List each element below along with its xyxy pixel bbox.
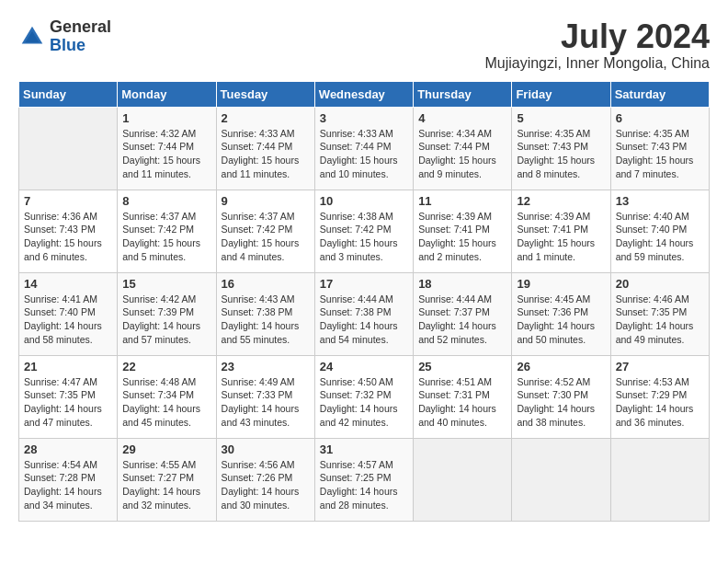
calendar-cell: 4Sunrise: 4:34 AMSunset: 7:44 PMDaylight…: [414, 107, 512, 190]
calendar-cell: 13Sunrise: 4:40 AMSunset: 7:40 PMDayligh…: [610, 190, 709, 272]
daylight-text: Daylight: 14 hours and 57 minutes.: [122, 319, 210, 346]
sunset-text: Sunset: 7:40 PM: [24, 305, 112, 319]
calendar-cell: 8Sunrise: 4:37 AMSunset: 7:42 PMDaylight…: [118, 190, 216, 272]
calendar-cell: 15Sunrise: 4:42 AMSunset: 7:39 PMDayligh…: [118, 272, 216, 355]
weekday-header: Monday: [118, 81, 216, 107]
sunrise-text: Sunrise: 4:37 AM: [222, 210, 310, 224]
sunset-text: Sunset: 7:43 PM: [24, 223, 112, 236]
day-number: 4: [418, 111, 506, 125]
calendar-cell: 16Sunrise: 4:43 AMSunset: 7:38 PMDayligh…: [216, 272, 314, 355]
cell-content: Sunrise: 4:46 AMSunset: 7:35 PMDaylight:…: [616, 293, 704, 347]
weekday-header: Tuesday: [216, 81, 314, 107]
sunset-text: Sunset: 7:26 PM: [222, 471, 310, 485]
sunset-text: Sunset: 7:35 PM: [24, 388, 112, 402]
cell-content: Sunrise: 4:41 AMSunset: 7:40 PMDaylight:…: [24, 293, 112, 347]
daylight-text: Daylight: 14 hours and 52 minutes.: [418, 319, 506, 346]
logo-text: General Blue: [50, 18, 111, 55]
calendar-cell: 12Sunrise: 4:39 AMSunset: 7:41 PMDayligh…: [512, 190, 610, 272]
sunset-text: Sunset: 7:44 PM: [418, 140, 506, 154]
cell-content: Sunrise: 4:35 AMSunset: 7:43 PMDaylight:…: [616, 127, 704, 181]
sunset-text: Sunset: 7:44 PM: [122, 140, 210, 154]
day-number: 29: [122, 442, 210, 456]
daylight-text: Daylight: 15 hours and 5 minutes.: [122, 236, 210, 263]
day-number: 18: [418, 277, 506, 291]
cell-content: Sunrise: 4:57 AMSunset: 7:25 PMDaylight:…: [320, 458, 408, 512]
logo-blue: Blue: [50, 37, 111, 55]
daylight-text: Daylight: 15 hours and 2 minutes.: [418, 236, 506, 263]
daylight-text: Daylight: 14 hours and 42 minutes.: [320, 402, 408, 429]
daylight-text: Daylight: 15 hours and 4 minutes.: [222, 236, 310, 263]
page-header: General Blue July 2024 Mujiayingzi, Inne…: [18, 18, 710, 72]
logo-general: General: [50, 18, 111, 37]
sunset-text: Sunset: 7:44 PM: [222, 140, 310, 154]
day-number: 31: [320, 442, 408, 456]
cell-content: Sunrise: 4:51 AMSunset: 7:31 PMDaylight:…: [418, 375, 506, 430]
calendar-cell: 5Sunrise: 4:35 AMSunset: 7:43 PMDaylight…: [512, 107, 610, 190]
sunset-text: Sunset: 7:29 PM: [616, 388, 704, 402]
calendar-cell: 14Sunrise: 4:41 AMSunset: 7:40 PMDayligh…: [19, 272, 118, 355]
sunrise-text: Sunrise: 4:55 AM: [122, 458, 210, 472]
daylight-text: Daylight: 14 hours and 49 minutes.: [616, 319, 704, 346]
sunrise-text: Sunrise: 4:37 AM: [122, 210, 210, 224]
cell-content: Sunrise: 4:38 AMSunset: 7:42 PMDaylight:…: [320, 210, 408, 264]
sunrise-text: Sunrise: 4:49 AM: [222, 375, 310, 389]
day-number: 20: [616, 277, 704, 291]
month-title: July 2024: [484, 18, 710, 55]
sunrise-text: Sunrise: 4:35 AM: [517, 127, 605, 141]
sunset-text: Sunset: 7:35 PM: [616, 305, 704, 319]
daylight-text: Daylight: 15 hours and 9 minutes.: [418, 154, 506, 180]
sunrise-text: Sunrise: 4:48 AM: [122, 375, 210, 389]
calendar-cell: 20Sunrise: 4:46 AMSunset: 7:35 PMDayligh…: [610, 272, 709, 355]
daylight-text: Daylight: 15 hours and 6 minutes.: [24, 236, 112, 263]
cell-content: Sunrise: 4:32 AMSunset: 7:44 PMDaylight:…: [122, 127, 210, 181]
cell-content: Sunrise: 4:56 AMSunset: 7:26 PMDaylight:…: [222, 458, 310, 512]
sunset-text: Sunset: 7:38 PM: [320, 305, 408, 319]
sunrise-text: Sunrise: 4:44 AM: [320, 293, 408, 306]
calendar-cell: 17Sunrise: 4:44 AMSunset: 7:38 PMDayligh…: [314, 272, 413, 355]
day-number: 11: [418, 194, 506, 208]
sunset-text: Sunset: 7:43 PM: [517, 140, 605, 154]
day-number: 15: [122, 277, 210, 291]
calendar-cell: 11Sunrise: 4:39 AMSunset: 7:41 PMDayligh…: [414, 190, 512, 272]
daylight-text: Daylight: 14 hours and 55 minutes.: [222, 319, 310, 346]
sunrise-text: Sunrise: 4:51 AM: [418, 375, 506, 389]
calendar-week-row: 21Sunrise: 4:47 AMSunset: 7:35 PMDayligh…: [19, 355, 710, 438]
sunset-text: Sunset: 7:44 PM: [320, 140, 408, 154]
cell-content: Sunrise: 4:33 AMSunset: 7:44 PMDaylight:…: [320, 127, 408, 181]
calendar-cell: 9Sunrise: 4:37 AMSunset: 7:42 PMDaylight…: [216, 190, 314, 272]
calendar-cell: 23Sunrise: 4:49 AMSunset: 7:33 PMDayligh…: [216, 355, 314, 438]
day-number: 12: [517, 194, 605, 208]
day-number: 21: [24, 360, 112, 373]
daylight-text: Daylight: 14 hours and 59 minutes.: [616, 236, 704, 263]
sunset-text: Sunset: 7:42 PM: [320, 223, 408, 236]
day-number: 24: [320, 360, 408, 373]
weekday-header: Saturday: [610, 81, 709, 107]
calendar-cell: 7Sunrise: 4:36 AMSunset: 7:43 PMDaylight…: [19, 190, 118, 272]
cell-content: Sunrise: 4:40 AMSunset: 7:40 PMDaylight:…: [616, 210, 704, 264]
calendar-cell: 6Sunrise: 4:35 AMSunset: 7:43 PMDaylight…: [610, 107, 709, 190]
daylight-text: Daylight: 15 hours and 11 minutes.: [222, 154, 310, 180]
cell-content: Sunrise: 4:54 AMSunset: 7:28 PMDaylight:…: [24, 458, 112, 512]
day-number: 30: [222, 442, 310, 456]
calendar-cell: 22Sunrise: 4:48 AMSunset: 7:34 PMDayligh…: [118, 355, 216, 438]
calendar-cell: 24Sunrise: 4:50 AMSunset: 7:32 PMDayligh…: [314, 355, 413, 438]
day-number: 6: [616, 111, 704, 125]
calendar-cell: 3Sunrise: 4:33 AMSunset: 7:44 PMDaylight…: [314, 107, 413, 190]
sunrise-text: Sunrise: 4:43 AM: [222, 293, 310, 306]
calendar-table: SundayMondayTuesdayWednesdayThursdayFrid…: [18, 81, 710, 522]
day-number: 19: [517, 277, 605, 291]
sunrise-text: Sunrise: 4:33 AM: [222, 127, 310, 141]
day-number: 22: [122, 360, 210, 373]
sunset-text: Sunset: 7:31 PM: [418, 388, 506, 402]
weekday-header-row: SundayMondayTuesdayWednesdayThursdayFrid…: [19, 81, 710, 107]
cell-content: Sunrise: 4:44 AMSunset: 7:38 PMDaylight:…: [320, 293, 408, 347]
weekday-header: Sunday: [19, 81, 118, 107]
cell-content: Sunrise: 4:43 AMSunset: 7:38 PMDaylight:…: [222, 293, 310, 347]
daylight-text: Daylight: 14 hours and 34 minutes.: [24, 485, 112, 511]
daylight-text: Daylight: 15 hours and 10 minutes.: [320, 154, 408, 180]
cell-content: Sunrise: 4:35 AMSunset: 7:43 PMDaylight:…: [517, 127, 605, 181]
logo: General Blue: [18, 18, 111, 55]
calendar-cell: 1Sunrise: 4:32 AMSunset: 7:44 PMDaylight…: [118, 107, 216, 190]
sunrise-text: Sunrise: 4:44 AM: [418, 293, 506, 306]
daylight-text: Daylight: 14 hours and 36 minutes.: [616, 402, 704, 429]
